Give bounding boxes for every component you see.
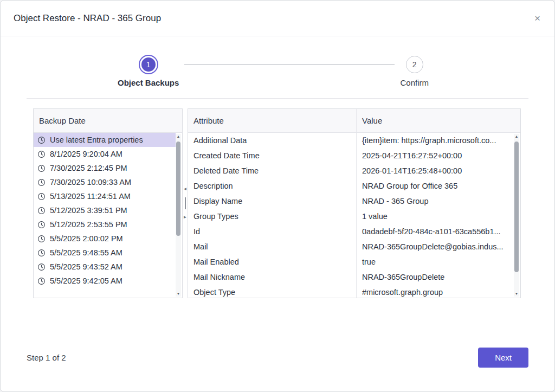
list-item-label: 7/30/2025 10:09:33 AM [50,178,131,187]
stepper-connector [184,64,395,65]
list-item[interactable]: 5/13/2025 11:24:51 AM [34,189,176,203]
attribute-cell: Group Types [188,212,356,221]
attribute-cell: Id [188,227,356,236]
wizard-stepper: 1 Object Backups 2 Confirm [1,56,554,87]
clock-icon [37,235,46,243]
value-cell: 0adadebf-5f20-484c-a101-63ca556b1... [356,224,514,239]
clock-icon [37,164,46,172]
list-item[interactable]: 7/30/2025 10:09:33 AM [34,175,176,189]
list-item-label: 5/5/2025 2:00:02 PM [50,234,123,243]
scroll-down-icon[interactable]: ▼ [515,291,519,297]
list-item-label: 5/5/2025 9:48:55 AM [50,248,122,257]
panel-splitter[interactable]: ◄ ► [183,108,188,298]
scrollbar-track[interactable] [176,139,180,291]
list-item-label: 5/13/2025 11:24:51 AM [50,192,131,201]
list-item[interactable]: 5/5/2025 9:43:52 AM [34,260,176,274]
step-1-label: Object Backups [118,78,179,87]
clock-icon [37,249,46,257]
value-cell: 2026-01-14T16:25:48+00:00 [356,163,514,178]
collapse-left-icon[interactable]: ◄ [183,187,188,191]
next-button[interactable]: Next [478,348,528,368]
step-object-backups[interactable]: 1 Object Backups [118,56,179,87]
attribute-cell: Object Type [188,288,356,297]
value-cell: {item}item: https://graph.microsoft.co..… [356,133,514,148]
dialog-title: Object Restore - NRAD - 365 Group [14,13,161,24]
value-cell: #microsoft.graph.group [356,285,514,298]
clock-icon [37,277,46,285]
object-restore-dialog: Object Restore - NRAD - 365 Group × 1 Ob… [0,0,555,392]
value-cell: NRAD-365GroupDelete [356,269,514,285]
table-row: Additional Data {item}item: https://grap… [188,133,514,148]
dialog-footer: Step 1 of 2 Next [27,348,528,368]
attribute-cell: Mail Enabled [188,258,356,266]
list-item-label: 5/5/2025 9:42:05 AM [50,277,122,285]
list-item-label: 7/30/2025 2:12:45 PM [50,164,127,172]
table-row: Deleted Date Time 2026-01-14T16:25:48+00… [188,163,514,178]
list-item-label: 5/12/2025 2:53:55 PM [50,220,127,229]
attribute-cell: Mail Nickname [188,273,356,281]
value-cell: NRAD Group for Office 365 [356,178,514,194]
attribute-cell: Description [188,182,356,190]
table-row: Mail Enabled true [188,254,514,269]
scrollbar-thumb[interactable] [176,142,180,236]
backup-date-header: Backup Date [34,109,182,133]
list-item[interactable]: 5/5/2025 2:00:02 PM [34,232,176,246]
step-progress-text: Step 1 of 2 [27,353,66,362]
list-item[interactable]: 5/5/2025 9:48:55 AM [34,246,176,260]
table-row: Description NRAD Group for Office 365 [188,178,514,194]
table-row: Display Name NRAD - 365 Group [188,194,514,209]
step-confirm[interactable]: 2 Confirm [400,56,429,87]
list-item[interactable]: Use latest Entra properties [34,133,176,147]
collapse-right-icon[interactable]: ► [183,215,188,220]
attribute-cell: Created Date Time [188,151,356,160]
table-row: Created Date Time 2025-04-21T16:27:52+00… [188,148,514,163]
backup-date-header-label: Backup Date [34,116,91,125]
scroll-up-icon[interactable]: ▲ [177,134,180,139]
clock-icon [37,263,46,271]
attribute-cell: Mail [188,242,356,251]
attribute-cell: Additional Data [188,136,356,145]
list-item[interactable]: 8/1/2025 9:20:04 AM [34,147,176,161]
clock-icon [37,221,46,229]
close-icon[interactable]: × [534,13,540,23]
value-column-header: Value [356,109,520,132]
backup-date-panel: Backup Date Use latest Entra properties … [33,108,183,298]
scroll-up-icon[interactable]: ▲ [515,134,519,139]
list-item[interactable]: 5/12/2025 3:39:51 PM [34,203,176,217]
table-row: Mail NRAD-365GroupDelete@gobias.indus... [188,239,514,254]
value-cell: true [356,254,514,269]
scroll-down-icon[interactable]: ▼ [177,291,180,297]
clock-icon [37,150,46,158]
clock-icon [37,136,46,144]
value-cell: NRAD-365GroupDelete@gobias.indus... [356,239,514,254]
clock-icon [37,207,46,215]
stepper-divider [27,98,528,99]
step-1-circle: 1 [140,56,157,73]
list-item[interactable]: 7/30/2025 2:12:45 PM [34,161,176,175]
value-cell: NRAD - 365 Group [356,194,514,209]
backup-list-scrollbar[interactable]: ▲ ▼ [176,134,181,297]
table-row: Object Type #microsoft.graph.group [188,285,514,298]
scrollbar-thumb[interactable] [514,142,519,272]
attribute-column-header: Attribute [188,116,356,125]
list-item[interactable]: 5/5/2025 9:42:05 AM [34,274,176,288]
list-item[interactable]: 5/12/2025 2:53:55 PM [34,217,176,232]
content-panels: Backup Date Use latest Entra properties … [33,108,521,298]
attribute-cell: Deleted Date Time [188,166,356,175]
value-cell: 1 value [356,209,514,224]
attributes-table-body: Additional Data {item}item: https://grap… [188,133,520,298]
splitter-handle-icon[interactable] [185,197,186,209]
table-row: Id 0adadebf-5f20-484c-a101-63ca556b1... [188,224,514,239]
scrollbar-track[interactable] [514,139,519,291]
table-row: Group Types 1 value [188,209,514,224]
dialog-header: Object Restore - NRAD - 365 Group × [1,1,554,36]
attribute-cell: Display Name [188,197,356,205]
list-item-label: 8/1/2025 9:20:04 AM [50,150,122,158]
attributes-scrollbar[interactable]: ▲ ▼ [514,134,519,297]
table-row: Mail Nickname NRAD-365GroupDelete [188,269,514,285]
list-item-label: 5/5/2025 9:43:52 AM [50,262,122,271]
clock-icon [37,178,46,187]
step-2-circle: 2 [406,56,423,73]
clock-icon [37,192,46,201]
list-item-label: 5/12/2025 3:39:51 PM [50,206,127,215]
